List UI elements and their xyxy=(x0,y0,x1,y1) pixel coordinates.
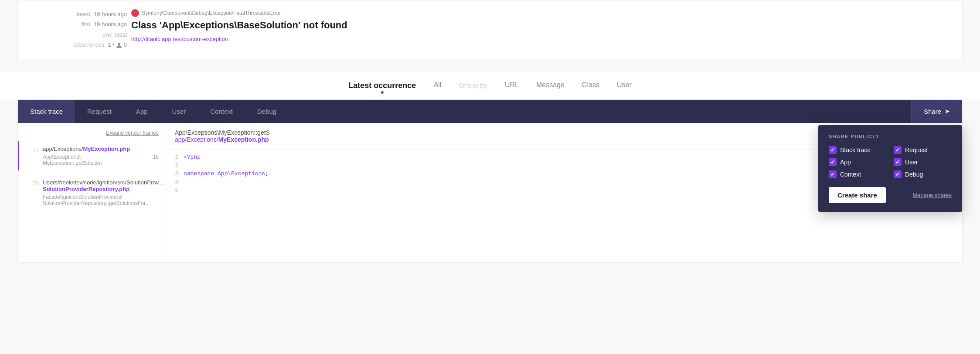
share-checkbox-debug[interactable]: ✓ xyxy=(894,170,902,178)
exception-url[interactable]: http://titanic.app.test/custom-exception xyxy=(131,36,228,42)
main-panel: Stack trace Request App User Context Deb… xyxy=(17,99,963,263)
frame-call-76: Facade\Ignition\SolutionProviders\Soluti… xyxy=(43,194,159,206)
nav-item-all[interactable]: All xyxy=(433,81,441,91)
frame-content-77: app/Exceptions/MyException.php App\Excep… xyxy=(43,146,159,166)
latest-row: latest 19 hours ago xyxy=(31,9,127,19)
symfony-icon xyxy=(131,9,139,17)
occurrence-nav: Latest occurrence All Group by URL Messa… xyxy=(0,72,980,99)
tab-user[interactable]: User xyxy=(160,100,198,123)
expand-vendor-link[interactable]: Expand vendor frames xyxy=(106,130,159,136)
svg-point-0 xyxy=(118,43,120,45)
nav-group-by: Group by xyxy=(459,82,487,90)
share-options: ✓ Stack trace ✓ Request ✓ App ✓ xyxy=(829,146,952,178)
share-option-label-request: Request xyxy=(905,146,928,153)
user-icon xyxy=(116,42,122,48)
share-option-label-stack-trace: Stack trace xyxy=(840,146,871,153)
exception-class-path: Symfony\Component\Debug\Exception\FatalT… xyxy=(131,9,949,17)
share-checkbox-context[interactable]: ✓ xyxy=(829,170,837,178)
share-checkbox-stack-trace[interactable]: ✓ xyxy=(829,146,837,154)
info-card: latest 19 hours ago first 19 hours ago e… xyxy=(17,0,963,59)
tab-context[interactable]: Context xyxy=(198,100,245,123)
first-label: first xyxy=(81,19,90,29)
env-row: env local xyxy=(31,30,127,40)
tab-debug[interactable]: Debug xyxy=(245,100,289,123)
frame-77[interactable]: 77 app/Exceptions/MyException.php App\Ex… xyxy=(18,141,166,170)
latest-value: 19 hours ago xyxy=(94,9,127,19)
frame-content-76: Users/freek/dev/code/ignition/src/Soluti… xyxy=(43,179,159,206)
frame-call-77: App\Exceptions\MyException::getSolution … xyxy=(43,154,159,166)
frame-number-77: 77 xyxy=(26,146,39,153)
share-option-label-app: App xyxy=(840,159,851,166)
frame-file-77: app/Exceptions/MyException.php xyxy=(43,146,159,152)
frame-number-76: 76 xyxy=(26,179,39,187)
first-row: first 19 hours ago xyxy=(31,19,127,29)
code-file-path: app/Exceptions/MyException.php xyxy=(175,136,269,143)
share-label: Share xyxy=(924,108,941,115)
tab-bar: Stack trace Request App User Context Deb… xyxy=(18,100,962,123)
share-checkbox-request[interactable]: ✓ xyxy=(894,146,902,154)
tab-app[interactable]: App xyxy=(124,100,160,123)
nav-latest-occurrence[interactable]: Latest occurrence xyxy=(348,81,416,90)
share-dropdown: SHARE PUBLICLY ✓ Stack trace ✓ Request ✓… xyxy=(818,125,962,212)
exception-info: Symfony\Component\Debug\Exception\FatalT… xyxy=(131,9,949,42)
manage-shares-button[interactable]: Manage shares xyxy=(912,192,952,198)
latest-label: latest xyxy=(77,9,90,19)
code-class-path: App\Exceptions\MyException::getS xyxy=(175,129,270,136)
share-option-app: ✓ App xyxy=(829,158,887,166)
tab-request[interactable]: Request xyxy=(75,100,124,123)
nav-item-class[interactable]: Class xyxy=(582,81,599,91)
share-option-debug: ✓ Debug xyxy=(894,170,952,178)
share-option-label-user: User xyxy=(905,159,918,166)
frame-76[interactable]: 76 Users/freek/dev/code/ignition/src/Sol… xyxy=(18,175,166,211)
share-option-stack-trace: ✓ Stack trace xyxy=(829,146,887,154)
share-option-request: ✓ Request xyxy=(894,146,952,154)
nav-item-user[interactable]: User xyxy=(617,81,632,91)
share-option-label-debug: Debug xyxy=(905,171,923,178)
frame-file-76: Users/freek/dev/code/ignition/src/Soluti… xyxy=(43,179,159,192)
occurrences-label: occurrences xyxy=(73,40,104,50)
file-sidebar: Expand vendor frames 77 app/Exceptions/M… xyxy=(18,123,166,262)
occurrences-row: occurrences 1 • 0 xyxy=(31,40,127,50)
share-checkbox-app[interactable]: ✓ xyxy=(829,158,837,166)
share-option-label-context: Context xyxy=(840,171,861,178)
occurrences-value: 1 • 0 xyxy=(108,40,127,50)
share-checkbox-user[interactable]: ✓ xyxy=(894,158,902,166)
share-option-context: ✓ Context xyxy=(829,170,887,178)
share-actions: Create share Manage shares xyxy=(829,187,952,203)
first-value: 19 hours ago xyxy=(94,19,127,29)
share-title: SHARE PUBLICLY xyxy=(829,134,952,139)
expand-vendor[interactable]: Expand vendor frames xyxy=(18,129,166,141)
nav-item-url[interactable]: URL xyxy=(505,81,519,91)
exception-title: Class 'App\Exceptions\BaseSolution' not … xyxy=(131,20,949,31)
env-value: local xyxy=(115,30,127,40)
nav-item-message[interactable]: Message xyxy=(536,81,565,91)
meta-section: latest 19 hours ago first 19 hours ago e… xyxy=(31,9,127,50)
share-arrow-icon: ➤ xyxy=(945,108,950,115)
share-option-user: ✓ User xyxy=(894,158,952,166)
tab-stack-trace[interactable]: Stack trace xyxy=(18,100,75,123)
create-share-button[interactable]: Create share xyxy=(829,187,886,203)
tab-share[interactable]: Share ➤ xyxy=(911,100,962,123)
env-label: env xyxy=(102,30,112,40)
